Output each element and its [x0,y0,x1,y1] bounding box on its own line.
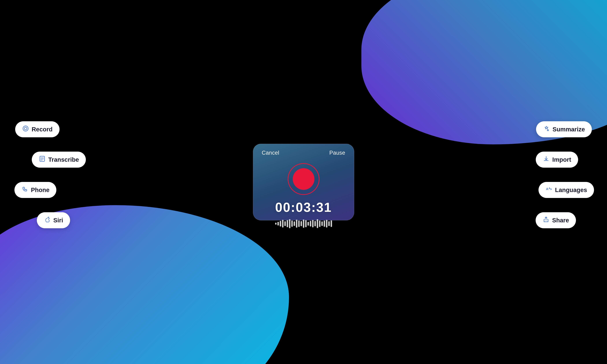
waveform-bar [314,221,316,226]
phone-button[interactable]: Phone [14,182,56,198]
waveform-bar [282,220,283,228]
svg-point-1 [24,127,27,130]
siri-button[interactable]: Siri [37,212,70,228]
waveform-bar [280,221,281,227]
background-blob-left [0,205,289,364]
share-button[interactable]: Share [536,212,576,228]
import-icon [543,155,550,164]
record-label: Record [32,126,53,133]
waveform-bar [298,221,300,227]
summarize-icon [543,125,550,134]
record-button[interactable]: Record [15,121,60,137]
recording-panel: Cancel Pause 00:03:31 [253,144,354,220]
languages-button[interactable]: A A Languages [539,182,594,198]
waveform-bar [331,220,332,227]
share-icon [542,216,550,224]
record-button-outer[interactable] [288,163,320,195]
timer-display: 00:03:31 [275,200,332,215]
record-button-inner [293,168,314,190]
svg-text:A: A [546,187,548,191]
waveform-bar [277,222,279,225]
phone-icon [21,186,28,194]
transcribe-label: Transcribe [48,156,79,163]
pause-button[interactable]: Pause [329,150,345,156]
import-label: Import [552,156,571,163]
cancel-button[interactable]: Cancel [262,150,279,156]
waveform-bar [310,221,311,227]
waveform-bar [303,220,304,228]
transcribe-button[interactable]: Transcribe [32,152,86,168]
phone-label: Phone [31,187,49,194]
waveform-bar [312,220,313,227]
share-label: Share [552,217,569,224]
waveform-bar [319,221,321,227]
waveform-bar [321,221,323,226]
import-button[interactable]: Import [536,152,578,168]
waveform-bar [296,220,297,228]
waveform-bar [284,221,286,226]
transcribe-icon [39,155,46,164]
waveform-bar [275,223,277,225]
waveform-bar [294,221,295,226]
record-icon [22,125,29,134]
waveform-bar [317,219,318,228]
waveform-bar [328,221,330,226]
waveform-bar [291,221,293,227]
waveform-bar [324,221,325,227]
svg-text:A: A [549,187,550,190]
waveform-bar [305,220,307,227]
waveform-bar [326,220,327,228]
waveform-bar [300,221,302,226]
panel-top-bar: Cancel Pause [262,150,345,156]
siri-label: Siri [53,217,63,224]
svg-point-0 [23,126,28,131]
waveform-bar [289,219,290,228]
languages-label: Languages [555,187,587,194]
waveform-bar [308,222,309,226]
waveform [275,219,332,228]
waveform-bar [287,220,288,227]
siri-icon [44,216,51,224]
languages-icon: A A [545,186,552,194]
summarize-button[interactable]: Summarize [536,121,592,137]
summarize-label: Summarize [553,126,585,133]
